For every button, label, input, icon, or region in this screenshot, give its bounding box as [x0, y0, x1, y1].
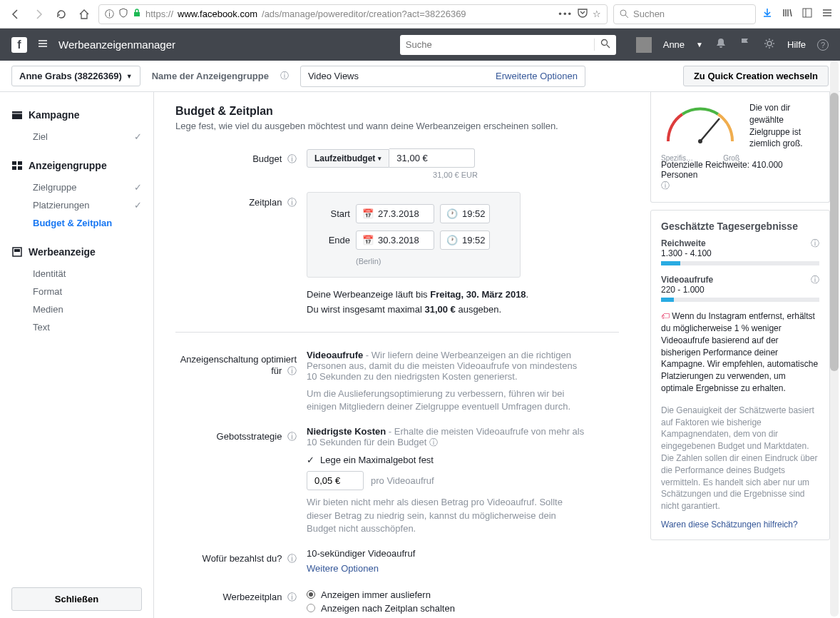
home-button[interactable]	[76, 6, 93, 23]
adsched-opt1[interactable]: Anzeigen immer ausliefern	[307, 589, 619, 600]
sidebar-ad-header[interactable]: Werbeanzeige	[11, 246, 142, 258]
download-icon[interactable]	[762, 7, 773, 21]
svg-point-12	[698, 139, 702, 143]
info-icon[interactable]: ⓘ	[287, 365, 297, 376]
help-label[interactable]: Hilfe	[787, 39, 806, 50]
adsched-opt2[interactable]: Anzeigen nach Zeitplan schalten	[307, 603, 619, 614]
close-button-wrap: Schließen	[11, 587, 142, 611]
budget-type-select[interactable]: Laufzeitbudget ▾	[307, 149, 389, 168]
start-time-input[interactable]: 🕐19:52	[440, 204, 490, 223]
info-icon[interactable]: ⓘ	[811, 274, 819, 286]
chevron-down-icon[interactable]: ▼	[696, 41, 703, 49]
info-icon[interactable]: ⓘ	[287, 592, 297, 602]
info-icon[interactable]: ⓘ	[287, 153, 297, 164]
check-icon: ✓	[134, 182, 142, 193]
sidebar-item-budget[interactable]: Budget & Zeitplan	[11, 214, 142, 232]
help-icon[interactable]: ?	[817, 39, 829, 51]
adset-name-input[interactable]: Video Views Erweiterte Optionen	[300, 66, 585, 87]
svg-rect-9	[18, 166, 22, 170]
pay-more-link[interactable]: Weitere Optionen	[307, 563, 619, 574]
reach-metric-label: Reichweite	[661, 238, 712, 248]
sidebar-item-text[interactable]: Text	[11, 318, 142, 336]
sidebar-adset-header[interactable]: Anzeigengruppe	[11, 160, 142, 171]
svg-rect-8	[12, 166, 16, 170]
quick-creation-button[interactable]: Zu Quick Creation wechseln	[683, 66, 829, 86]
search-placeholder: Suchen	[633, 9, 665, 19]
pay-value: 10-sekündiger Videoaufruf	[307, 548, 619, 559]
info-icon[interactable]: ⓘ	[661, 181, 670, 191]
browser-toolbar: ⓘ https://www.facebook.com/ads/manage/po…	[0, 0, 840, 29]
search-icon	[594, 39, 610, 51]
bid-value: Niedrigste Kosten - Erhalte die meisten …	[307, 426, 584, 447]
adset-value: Video Views	[308, 71, 359, 81]
gear-icon[interactable]	[763, 37, 776, 53]
avatar[interactable]	[636, 37, 652, 53]
check-icon: ✓	[307, 455, 314, 465]
svg-point-1	[620, 10, 626, 16]
svg-rect-11	[14, 249, 20, 252]
end-label: Ende	[319, 235, 350, 245]
budget-amount-input[interactable]: 31,00 €	[389, 148, 475, 168]
right-panel: Spezifis…Groß Die von dir gewählte Zielg…	[640, 92, 840, 618]
svg-rect-7	[18, 161, 22, 165]
potential-reach: Potenzielle Reichweite: 410.000 Personen	[661, 160, 819, 180]
hamburger-icon[interactable]	[37, 38, 48, 51]
info-icon[interactable]: ⓘ	[287, 553, 297, 564]
reach-metric-value: 1.300 - 4.100	[661, 248, 712, 258]
menu-icon[interactable]	[821, 7, 833, 21]
views-metric-label: Videoaufrufe	[661, 275, 713, 285]
adset-name-label: Name der Anzeigengruppe	[152, 71, 269, 81]
bid-warning: Wir bieten nicht mehr als diesen Betrag …	[307, 496, 578, 535]
expanded-options-link[interactable]: Erweiterte Optionen	[496, 71, 578, 81]
schedule-box: Start 📅27.3.2018 🕐19:52 Ende 📅30.3.2018 …	[307, 192, 521, 278]
reload-button[interactable]	[53, 6, 70, 23]
bid-checkbox[interactable]: ✓Lege ein Maximalgebot fest	[307, 455, 585, 465]
sidebar-item-format[interactable]: Format	[11, 283, 142, 300]
sidebar-campaign-header[interactable]: Kampagne	[11, 109, 142, 121]
user-name[interactable]: Anne	[663, 39, 685, 50]
info-icon[interactable]: ⓘ	[287, 431, 297, 442]
bid-label: Gebotsstrategie ⓘ	[175, 426, 307, 535]
sidebar-item-identitaet[interactable]: Identität	[11, 265, 142, 283]
svg-rect-2	[803, 9, 811, 17]
fb-logo[interactable]: f	[11, 37, 27, 53]
info-icon[interactable]: ⓘ	[287, 197, 297, 208]
search-input[interactable]	[400, 35, 616, 55]
sidebar-icon[interactable]	[801, 7, 813, 21]
sidebar: Kampagne Ziel✓ Anzeigengruppe Zielgruppe…	[0, 92, 154, 618]
sidebar-item-platzierungen[interactable]: Platzierungen✓	[11, 196, 142, 214]
tag-icon: 🏷	[661, 311, 670, 321]
feedback-link[interactable]: Waren diese Schätzungen hilfreich?	[661, 520, 819, 530]
back-button[interactable]	[7, 6, 24, 23]
clock-icon: 🕐	[446, 208, 458, 219]
more-icon[interactable]: •••	[558, 9, 573, 19]
radio-checked-icon	[307, 590, 315, 599]
gauge-min: Spezifis…	[661, 154, 693, 162]
info-icon[interactable]: ⓘ	[280, 70, 289, 82]
info-icon[interactable]: ⓘ	[429, 437, 438, 447]
fb-header: f Werbeanzeigenmanager Anne ▼ Hilfe ?	[0, 29, 840, 61]
close-button[interactable]: Schließen	[11, 587, 142, 611]
sidebar-item-medien[interactable]: Medien	[11, 300, 142, 318]
browser-search[interactable]: Suchen	[613, 4, 756, 24]
start-date-input[interactable]: 📅27.3.2018	[356, 204, 434, 223]
views-bar	[661, 298, 819, 302]
flag-icon[interactable]	[739, 37, 752, 53]
info-icon[interactable]: ⓘ	[811, 238, 819, 250]
end-time-input[interactable]: 🕐19:52	[440, 231, 490, 250]
scrollbar-thumb[interactable]	[830, 93, 839, 371]
pocket-icon[interactable]	[577, 7, 588, 21]
bell-icon[interactable]	[714, 37, 727, 53]
bookmark-icon[interactable]: ☆	[593, 9, 601, 19]
views-metric-value: 220 - 1.000	[661, 285, 713, 295]
header-right: Anne ▼ Hilfe ?	[636, 37, 829, 53]
url-bar[interactable]: ⓘ https://www.facebook.com/ads/manage/po…	[98, 4, 608, 24]
forward-button[interactable]	[30, 6, 47, 23]
sidebar-item-ziel[interactable]: Ziel✓	[11, 128, 142, 146]
account-selector[interactable]: Anne Grabs (38226369) ▼	[11, 66, 140, 86]
sidebar-item-zielgruppe[interactable]: Zielgruppe✓	[11, 178, 142, 196]
optimization-desc2: Um die Auslieferungsoptimierung zu verbe…	[307, 387, 578, 413]
bid-amount-input[interactable]	[307, 471, 364, 490]
end-date-input[interactable]: 📅30.3.2018	[356, 231, 434, 250]
library-icon[interactable]	[782, 7, 793, 21]
